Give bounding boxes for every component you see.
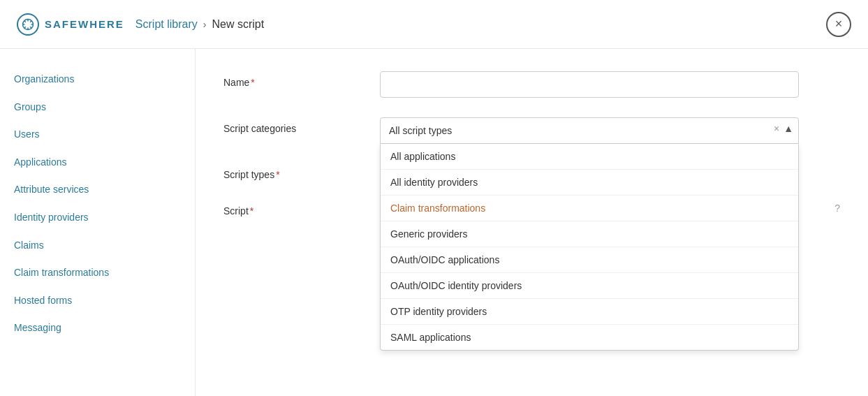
close-button[interactable]: ×: [826, 12, 851, 37]
breadcrumb: Script library › New script: [135, 18, 264, 31]
breadcrumb-separator: ›: [203, 19, 207, 30]
dropdown-option-otp-idp[interactable]: OTP identity providers: [381, 299, 798, 325]
app-header: SAFEWHERE Script library › New script ×: [0, 0, 868, 49]
script-categories-control: × ▲ All applications All identity provid…: [380, 117, 840, 144]
script-types-label: Script types*: [223, 163, 363, 180]
script-required: *: [250, 205, 253, 217]
logo: SAFEWHERE: [17, 13, 124, 36]
dropdown-option-generic-providers[interactable]: Generic providers: [381, 221, 798, 247]
svg-line-5: [24, 20, 26, 22]
breadcrumb-current: New script: [212, 18, 264, 31]
dropdown-arrow-icon[interactable]: ▲: [784, 123, 793, 134]
close-icon: ×: [835, 17, 843, 31]
sidebar: Organizations Groups Users Applications …: [0, 49, 196, 396]
breadcrumb-link[interactable]: Script library: [135, 18, 198, 31]
name-required: *: [251, 77, 254, 88]
sidebar-item-claim-transformations[interactable]: Claim transformations: [0, 259, 195, 287]
name-control-area: [380, 71, 840, 98]
dropdown-clear-icon[interactable]: ×: [774, 123, 779, 134]
dropdown-option-oauth-oidc-idp[interactable]: OAuth/OIDC identity providers: [381, 273, 798, 299]
script-label: Script*: [223, 200, 363, 217]
main-layout: Organizations Groups Users Applications …: [0, 49, 868, 396]
dropdown-option-all-identity-providers[interactable]: All identity providers: [381, 170, 798, 196]
svg-line-7: [30, 20, 31, 22]
sidebar-item-hosted-forms[interactable]: Hosted forms: [0, 287, 195, 315]
name-input[interactable]: [380, 71, 799, 98]
name-label: Name*: [223, 71, 363, 88]
sidebar-item-groups[interactable]: Groups: [0, 94, 195, 122]
sidebar-item-organizations[interactable]: Organizations: [0, 66, 195, 94]
sidebar-item-messaging[interactable]: Messaging: [0, 314, 195, 342]
script-categories-label: Script categories: [223, 117, 363, 134]
sidebar-item-users[interactable]: Users: [0, 121, 195, 149]
sidebar-item-claims[interactable]: Claims: [0, 232, 195, 260]
dropdown-list: All applications All identity providers …: [380, 144, 799, 351]
dropdown-wrapper: × ▲ All applications All identity provid…: [380, 117, 799, 144]
script-categories-input[interactable]: [380, 117, 799, 144]
dropdown-option-all-applications[interactable]: All applications: [381, 144, 798, 170]
sidebar-item-applications[interactable]: Applications: [0, 149, 195, 177]
svg-line-8: [24, 27, 26, 28]
dropdown-icons: × ▲: [774, 123, 793, 134]
dropdown-option-oauth-oidc-applications[interactable]: OAuth/OIDC applications: [381, 247, 798, 273]
svg-line-6: [30, 27, 31, 28]
sidebar-item-attribute-services[interactable]: Attribute services: [0, 176, 195, 204]
script-categories-row: Script categories × ▲ All applications A…: [223, 117, 840, 144]
logo-icon: [17, 13, 39, 36]
dropdown-option-claim-transformations[interactable]: Claim transformations: [381, 196, 798, 221]
main-content: Name* Script categories × ▲ All appl: [196, 49, 868, 396]
logo-text: SAFEWHERE: [45, 18, 124, 30]
sidebar-item-identity-providers[interactable]: Identity providers: [0, 204, 195, 232]
name-row: Name*: [223, 71, 840, 98]
help-icon[interactable]: ?: [834, 200, 840, 214]
dropdown-option-saml-applications[interactable]: SAML applications: [381, 325, 798, 350]
header-left: SAFEWHERE Script library › New script: [17, 13, 264, 36]
script-types-required: *: [276, 169, 279, 180]
